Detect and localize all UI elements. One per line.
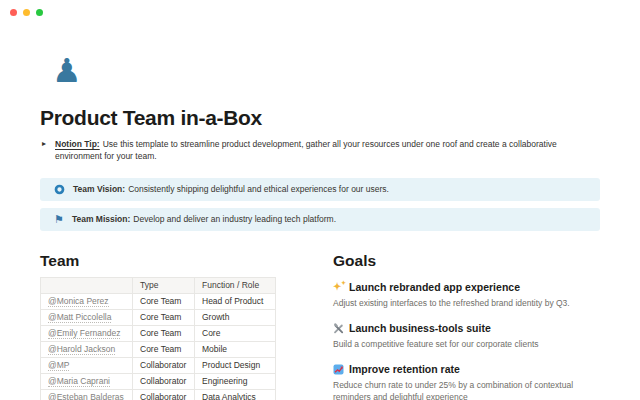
- cell-role: Engineering: [195, 374, 276, 390]
- sparkles-icon: ✦ ✦: [333, 282, 345, 293]
- table-row: @Monica Perez Core Team Head of Product: [41, 294, 276, 310]
- cell-type: Core Team: [133, 326, 195, 342]
- minimize-window-button[interactable]: [23, 9, 30, 16]
- goals-heading: Goals: [333, 251, 600, 270]
- person-mention[interactable]: @Maria Caprani: [48, 376, 110, 387]
- cell-role: Product Design: [195, 358, 276, 374]
- team-table: Type Function / Role @Monica Perez Core …: [40, 277, 276, 400]
- goal-title-text: Improve retention rate: [349, 362, 460, 376]
- two-column-layout: Team Type Function / Role @Monica Perez …: [40, 251, 600, 400]
- blue-flag-icon: ⚑: [54, 214, 64, 225]
- header-cell-function-role: Function / Role: [195, 278, 276, 294]
- goal-description: Reduce churn rate to under 25% by a comb…: [333, 379, 600, 400]
- goal-item: ✦ ✦ Launch rebranded app experience Adju…: [333, 280, 600, 309]
- toggle-triangle-icon[interactable]: ▸: [40, 138, 55, 162]
- cell-role: Core: [195, 326, 276, 342]
- goal-title-row: Launch business-tools suite: [333, 321, 600, 335]
- table-header-row: Type Function / Role: [41, 278, 276, 294]
- goal-title-text: Launch rebranded app experience: [349, 280, 520, 294]
- goal-title-row: ✦ ✦ Launch rebranded app experience: [333, 280, 600, 294]
- team-heading: Team: [40, 251, 275, 270]
- table-row: @Esteban Balderas Collaborator Data Anal…: [41, 390, 276, 400]
- team-mission-label: Team Mission:: [72, 214, 130, 225]
- team-mission-callout: ⚑ Team Mission: Develop and deliver an i…: [40, 208, 600, 231]
- team-vision-text: Consistently shipping delightful and eth…: [128, 184, 389, 195]
- goals-column: Goals ✦ ✦ Launch rebranded app experienc…: [333, 251, 600, 400]
- notion-tip-body: Use this template to streamline product …: [55, 139, 557, 161]
- blue-ring-icon: [54, 184, 65, 195]
- zoom-window-button[interactable]: [36, 9, 43, 16]
- goal-item: Launch business-tools suite Build a comp…: [333, 321, 600, 350]
- team-mission-text: Develop and deliver an industry leading …: [133, 214, 336, 225]
- cell-type: Core Team: [133, 310, 195, 326]
- person-mention[interactable]: @Esteban Balderas: [48, 392, 124, 400]
- header-cell-type: Type: [133, 278, 195, 294]
- notion-tip-toggle-block: ▸ Notion Tip:Use this template to stream…: [40, 138, 600, 162]
- team-vision-callout: Team Vision: Consistently shipping delig…: [40, 178, 600, 201]
- hammer-and-wrench-icon: [333, 323, 345, 334]
- team-column: Team Type Function / Role @Monica Perez …: [40, 251, 275, 400]
- table-row: @Emily Fernandez Core Team Core: [41, 326, 276, 342]
- goal-title-text: Launch business-tools suite: [349, 321, 491, 335]
- person-mention[interactable]: @MP: [48, 360, 69, 371]
- notion-tip-label: Notion Tip:: [55, 139, 100, 149]
- cell-type: Collaborator: [133, 374, 195, 390]
- page-title: Product Team in-a-Box: [40, 106, 600, 130]
- callout-list: Team Vision: Consistently shipping delig…: [40, 178, 600, 231]
- goal-description: Adjust existing interfaces to the refres…: [333, 297, 600, 309]
- person-mention[interactable]: @Emily Fernandez: [48, 328, 120, 339]
- notion-tip-text: Notion Tip:Use this template to streamli…: [55, 138, 600, 162]
- goal-description: Build a competitive feature set for our …: [333, 338, 600, 350]
- table-row: @Harold Jackson Core Team Mobile: [41, 342, 276, 358]
- header-cell-name: [41, 278, 133, 294]
- cell-type: Collaborator: [133, 358, 195, 374]
- goal-title-row: Improve retention rate: [333, 362, 600, 376]
- person-mention[interactable]: @Harold Jackson: [48, 344, 115, 355]
- table-row: @MP Collaborator Product Design: [41, 358, 276, 374]
- close-window-button[interactable]: [10, 9, 17, 16]
- notion-page: ♟ Product Team in-a-Box ▸ Notion Tip:Use…: [0, 54, 640, 400]
- table-row: @Matt Piccolella Core Team Growth: [41, 310, 276, 326]
- cell-role: Mobile: [195, 342, 276, 358]
- cell-type: Collaborator: [133, 390, 195, 400]
- person-mention[interactable]: @Matt Piccolella: [48, 312, 111, 323]
- cell-type: Core Team: [133, 342, 195, 358]
- window-controls: [10, 9, 43, 16]
- cell-role: Head of Product: [195, 294, 276, 310]
- page-icon-pawn[interactable]: ♟: [52, 54, 86, 88]
- table-row: @Maria Caprani Collaborator Engineering: [41, 374, 276, 390]
- cell-type: Core Team: [133, 294, 195, 310]
- goal-item: Improve retention rate Reduce churn rate…: [333, 362, 600, 400]
- team-vision-label: Team Vision:: [73, 184, 125, 195]
- cell-role: Growth: [195, 310, 276, 326]
- person-mention[interactable]: @Monica Perez: [48, 296, 109, 307]
- cell-role: Data Analytics: [195, 390, 276, 400]
- chart-increasing-icon: [333, 364, 345, 375]
